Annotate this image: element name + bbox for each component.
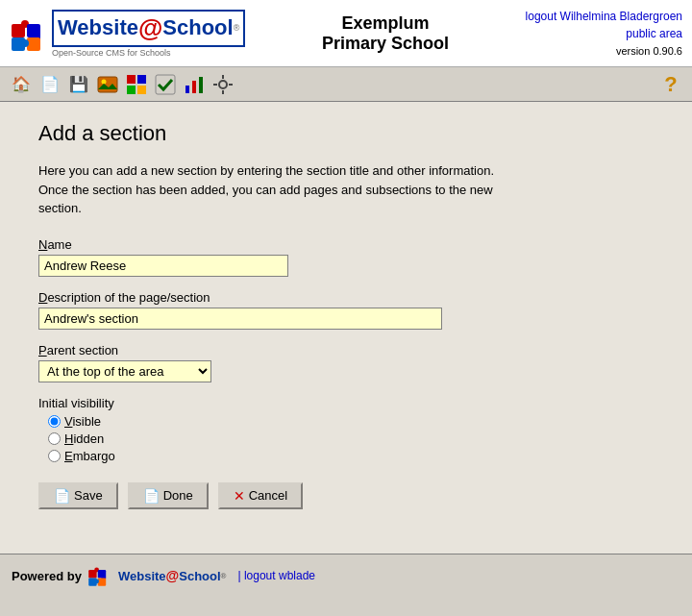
cancel-button[interactable]: ✕ Cancel xyxy=(218,482,303,509)
cancel-btn-icon: ✕ xyxy=(234,488,245,504)
svg-point-8 xyxy=(102,79,107,84)
footer-logout-link[interactable]: | logout wblade xyxy=(237,569,315,582)
visibility-hidden-label: Hidden xyxy=(64,431,104,446)
parent-label-underline: P xyxy=(38,343,47,357)
footer-powered-text: Powered by xyxy=(12,569,82,583)
desc-label-rest: escription of the page/section xyxy=(47,290,210,305)
name-field-group: Name xyxy=(38,237,654,277)
visibility-visible-radio[interactable] xyxy=(48,415,61,428)
visibility-label: Initial visibility xyxy=(38,396,654,410)
footer-logo-text: Website @ School ® xyxy=(118,568,227,583)
theme-toolbar-btn[interactable] xyxy=(123,72,150,97)
logout-link[interactable]: logout Wilhelmina Bladergroen xyxy=(526,10,682,23)
done-btn-label: Done xyxy=(163,488,193,503)
visibility-hidden-option: Hidden xyxy=(38,431,654,446)
logo-area: Website @ School ® Open-Source CMS for S… xyxy=(10,10,245,58)
logo-reg-mark: ® xyxy=(234,23,240,33)
footer: Powered by Website @ School ® | logout w… xyxy=(0,554,692,597)
done-btn-icon: 📄 xyxy=(143,488,160,504)
parent-section-group: Parent section At the top of the area xyxy=(38,343,654,382)
footer-logo-website: Website xyxy=(118,569,166,583)
name-label-rest: ame xyxy=(47,237,71,252)
svg-rect-7 xyxy=(98,77,117,92)
description-label: Description of the page/section xyxy=(38,290,654,305)
svg-rect-12 xyxy=(137,86,146,94)
footer-reg-mark: ® xyxy=(221,572,227,580)
svg-rect-28 xyxy=(94,579,99,584)
visibility-group: Initial visibility Visible Hidden Embarg… xyxy=(38,396,654,463)
svg-rect-16 xyxy=(199,77,203,93)
save-button[interactable]: 📄 Save xyxy=(38,482,118,509)
user-info: logout Wilhelmina Bladergroen public are… xyxy=(526,8,682,60)
footer-logo-at: @ xyxy=(166,568,180,583)
svg-rect-10 xyxy=(137,75,146,84)
footer-logo-school: School xyxy=(179,569,220,583)
toolbar: 🏠 📄 💾 ? xyxy=(0,67,692,102)
description-field-group: Description of the page/section xyxy=(38,290,654,330)
parent-label-rest: arent section xyxy=(47,343,118,357)
save-btn-icon: 📄 xyxy=(54,488,70,504)
main-content: Add a section Here you can add a new sec… xyxy=(0,102,692,554)
svg-rect-14 xyxy=(185,86,189,93)
help-button[interactable]: ? xyxy=(657,72,684,97)
site-name: Exemplum xyxy=(245,13,525,34)
save-toolbar-btn[interactable]: 💾 xyxy=(65,72,92,97)
done-button[interactable]: 📄 Done xyxy=(128,482,209,509)
svg-rect-13 xyxy=(156,75,175,94)
home-toolbar-btn[interactable]: 🏠 xyxy=(8,72,35,97)
svg-point-17 xyxy=(219,81,227,88)
svg-rect-11 xyxy=(127,86,136,94)
button-row: 📄 Save 📄 Done ✕ Cancel xyxy=(38,482,654,509)
page-title: Add a section xyxy=(38,121,654,146)
save-btn-label: Save xyxy=(74,488,103,503)
footer-logo-puzzle-icon xyxy=(87,564,111,587)
public-area-text: public area xyxy=(626,27,682,40)
header: Website @ School ® Open-Source CMS for S… xyxy=(0,0,692,67)
name-label-underline: N xyxy=(38,237,47,252)
logo-subtitle: Open-Source CMS for Schools xyxy=(52,48,245,58)
logo-school-text: School xyxy=(162,15,233,40)
site-subtitle: Primary School xyxy=(245,34,525,54)
chart-toolbar-btn[interactable] xyxy=(181,72,208,97)
svg-rect-6 xyxy=(21,39,29,47)
logo-website-text: Website xyxy=(58,15,138,40)
logo-at-text: @ xyxy=(138,13,162,43)
visibility-hidden-radio[interactable] xyxy=(48,432,61,445)
visibility-embargo-option: Embargo xyxy=(38,449,654,463)
cancel-btn-label: Cancel xyxy=(249,488,287,503)
parent-select[interactable]: At the top of the area xyxy=(38,360,211,382)
name-label: Name xyxy=(38,237,654,252)
svg-rect-15 xyxy=(192,81,196,93)
name-input[interactable] xyxy=(38,255,288,277)
image-toolbar-btn[interactable] xyxy=(94,72,121,97)
parent-label: Parent section xyxy=(38,343,654,357)
description-input[interactable] xyxy=(38,308,442,330)
page-toolbar-btn[interactable]: 📄 xyxy=(37,72,63,97)
logo-box: Website @ School ® xyxy=(52,10,245,47)
check-toolbar-btn[interactable] xyxy=(152,72,179,97)
svg-rect-27 xyxy=(98,578,106,585)
svg-rect-9 xyxy=(127,75,136,84)
svg-rect-5 xyxy=(27,37,40,51)
version-text: version 0.90.6 xyxy=(616,45,682,57)
logo-puzzle-icon xyxy=(10,14,48,53)
page-description: Here you can add a new section by enteri… xyxy=(38,161,519,218)
visibility-visible-label: Visible xyxy=(64,414,101,429)
visibility-visible-option: Visible xyxy=(38,414,654,429)
settings-toolbar-btn[interactable] xyxy=(210,72,236,97)
visibility-embargo-radio[interactable] xyxy=(48,450,61,462)
desc-label-underline: D xyxy=(38,290,47,305)
visibility-embargo-label: Embargo xyxy=(64,449,115,463)
site-title: Exemplum Primary School xyxy=(245,13,525,54)
